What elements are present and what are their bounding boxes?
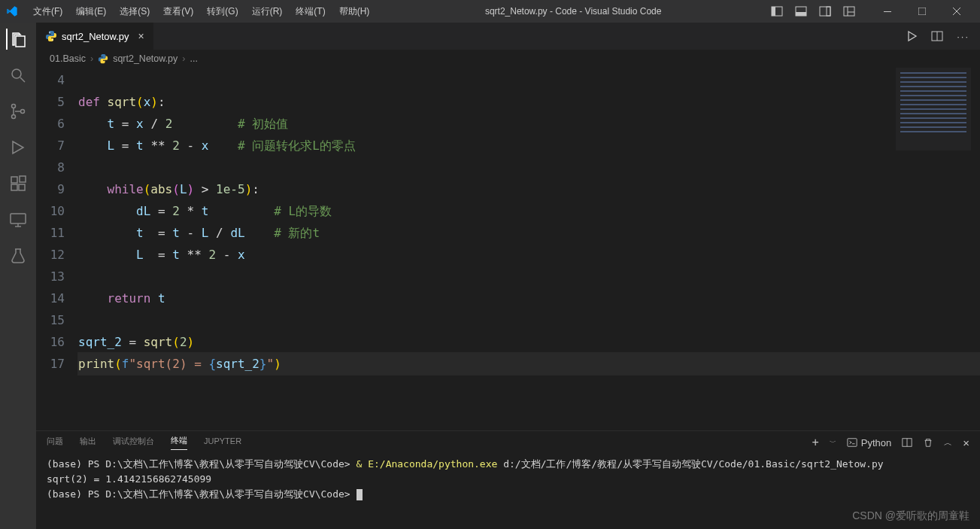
testing-icon[interactable] bbox=[8, 245, 29, 266]
panel-tab[interactable]: 调试控制台 bbox=[113, 436, 154, 450]
tabs-bar: sqrt2_Netow.py × ··· bbox=[36, 23, 980, 50]
code-area[interactable]: def sqrt(x): t = x / 2 # 初始值 L = t ** 2 … bbox=[78, 68, 980, 430]
svg-line-14 bbox=[20, 78, 25, 82]
chevron-right-icon: › bbox=[182, 53, 185, 64]
svg-rect-9 bbox=[884, 11, 891, 12]
svg-rect-1 bbox=[772, 7, 775, 16]
menu-item[interactable]: 文件(F) bbox=[27, 2, 68, 21]
split-terminal-icon[interactable] bbox=[902, 437, 912, 448]
search-icon[interactable] bbox=[8, 65, 29, 86]
layout-icon[interactable] bbox=[843, 5, 855, 17]
breadcrumbs[interactable]: 01.Basic › sqrt2_Netow.py › ... bbox=[36, 50, 980, 68]
menu-item[interactable]: 编辑(E) bbox=[70, 2, 112, 21]
svg-point-26 bbox=[52, 39, 53, 41]
chevron-up-icon[interactable]: ︿ bbox=[944, 437, 952, 448]
run-icon[interactable] bbox=[906, 30, 918, 42]
line-number-gutter: 4567891011121314151617 bbox=[36, 68, 78, 430]
close-tab-icon[interactable]: × bbox=[138, 30, 144, 42]
split-editor-icon[interactable] bbox=[931, 30, 943, 42]
tab-active[interactable]: sqrt2_Netow.py × bbox=[36, 23, 154, 50]
tab-filename: sqrt2_Netow.py bbox=[62, 31, 129, 42]
python-file-icon bbox=[98, 53, 108, 64]
more-actions-icon[interactable]: ··· bbox=[957, 31, 969, 42]
window-controls bbox=[870, 0, 974, 23]
panel-tabs: 问题输出调试控制台终端JUPYTER + ﹀ Python ︿ × bbox=[36, 431, 980, 454]
svg-rect-6 bbox=[844, 7, 854, 16]
terminal-profile[interactable]: Python bbox=[847, 437, 891, 448]
activity-bar bbox=[0, 23, 36, 529]
svg-rect-18 bbox=[11, 177, 17, 183]
terminal-output[interactable]: (base) PS D:\文档\工作\博客\教程\从零手写自动驾驶CV\Code… bbox=[36, 454, 980, 529]
panel-bottom-icon[interactable] bbox=[795, 5, 807, 17]
panel-tab[interactable]: 输出 bbox=[80, 436, 96, 450]
new-terminal-icon[interactable]: + bbox=[812, 436, 818, 449]
layout-controls bbox=[771, 5, 855, 17]
panel-right-icon[interactable] bbox=[819, 5, 831, 17]
svg-rect-20 bbox=[19, 184, 25, 190]
panel-tab[interactable]: 终端 bbox=[171, 435, 187, 450]
svg-point-25 bbox=[49, 32, 50, 33]
breadcrumb-folder[interactable]: 01.Basic bbox=[50, 53, 86, 64]
python-file-icon bbox=[45, 30, 57, 42]
menu-item[interactable]: 运行(R) bbox=[246, 2, 289, 21]
vscode-logo-icon bbox=[6, 5, 18, 17]
remote-icon[interactable] bbox=[8, 209, 29, 230]
menu-bar: 文件(F)编辑(E)选择(S)查看(V)转到(G)运行(R)终端(T)帮助(H) bbox=[27, 2, 375, 21]
minimize-button[interactable] bbox=[870, 0, 905, 23]
svg-point-16 bbox=[12, 115, 16, 119]
editor-content[interactable]: 4567891011121314151617 def sqrt(x): t = … bbox=[36, 68, 980, 430]
breadcrumb-file[interactable]: sqrt2_Netow.py bbox=[113, 53, 177, 64]
panel-tab[interactable]: JUPYTER bbox=[204, 436, 241, 448]
run-debug-icon[interactable] bbox=[8, 137, 29, 158]
terminal-dropdown-icon[interactable]: ﹀ bbox=[830, 438, 836, 448]
breadcrumb-extra[interactable]: ... bbox=[190, 53, 197, 64]
tab-actions: ··· bbox=[906, 23, 980, 50]
menu-item[interactable]: 选择(S) bbox=[114, 2, 156, 21]
menu-item[interactable]: 帮助(H) bbox=[333, 2, 376, 21]
title-bar: 文件(F)编辑(E)选择(S)查看(V)转到(G)运行(R)终端(T)帮助(H)… bbox=[0, 0, 980, 23]
extensions-icon[interactable] bbox=[8, 173, 29, 194]
close-panel-icon[interactable]: × bbox=[963, 436, 969, 449]
svg-rect-21 bbox=[20, 176, 26, 182]
svg-rect-19 bbox=[11, 184, 17, 190]
maximize-button[interactable] bbox=[905, 0, 939, 23]
svg-point-17 bbox=[21, 110, 25, 114]
svg-rect-22 bbox=[11, 214, 26, 223]
source-control-icon[interactable] bbox=[8, 101, 29, 122]
svg-point-15 bbox=[12, 105, 16, 108]
svg-rect-5 bbox=[827, 7, 830, 16]
editor-area: sqrt2_Netow.py × ··· 01.Basic › sqrt2_Ne… bbox=[36, 23, 980, 529]
menu-item[interactable]: 转到(G) bbox=[201, 2, 244, 21]
kill-terminal-icon[interactable] bbox=[923, 437, 933, 448]
svg-rect-3 bbox=[796, 12, 806, 16]
svg-rect-4 bbox=[820, 7, 830, 16]
watermark: CSDN @爱听歌的周童鞋 bbox=[852, 509, 969, 523]
svg-rect-29 bbox=[848, 439, 857, 447]
menu-item[interactable]: 查看(V) bbox=[157, 2, 199, 21]
menu-item[interactable]: 终端(T) bbox=[290, 2, 331, 21]
panel-actions: + ﹀ Python ︿ × bbox=[812, 436, 969, 449]
svg-point-13 bbox=[12, 69, 21, 78]
bottom-panel: 问题输出调试控制台终端JUPYTER + ﹀ Python ︿ × (base)… bbox=[36, 430, 980, 529]
svg-rect-10 bbox=[918, 8, 926, 15]
panel-left-icon[interactable] bbox=[771, 5, 783, 17]
window-title: sqrt2_Netow.py - Code - Visual Studio Co… bbox=[375, 6, 771, 17]
chevron-right-icon: › bbox=[90, 53, 93, 64]
panel-tab[interactable]: 问题 bbox=[47, 436, 63, 450]
explorer-icon[interactable] bbox=[6, 29, 29, 50]
minimap[interactable] bbox=[896, 68, 971, 150]
close-button[interactable] bbox=[939, 0, 974, 23]
